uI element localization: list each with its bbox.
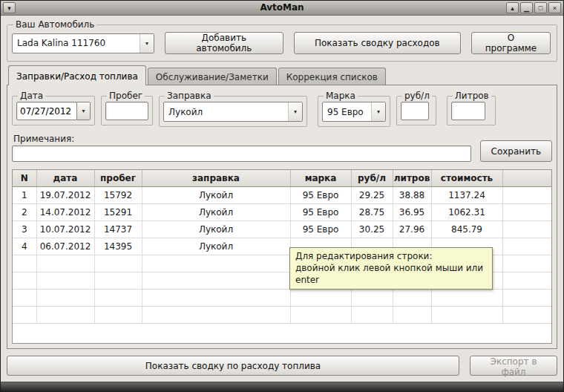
table-cell[interactable] xyxy=(36,289,94,306)
brand-select[interactable]: 95 Евро ▾ xyxy=(322,102,386,122)
table-cell[interactable] xyxy=(290,306,351,323)
add-car-button[interactable]: Добавить автомобиль xyxy=(165,32,283,54)
table-cell[interactable]: 19.07.2012 xyxy=(36,186,94,203)
table-row[interactable]: 119.07.201215792Лукойл95 Евро29.2538.881… xyxy=(13,186,551,203)
table-cell[interactable]: 29.25 xyxy=(351,186,393,203)
date-input[interactable] xyxy=(16,102,77,120)
price-input[interactable] xyxy=(401,102,429,120)
table-cell[interactable]: 38.88 xyxy=(393,186,431,203)
table-cell[interactable]: 14737 xyxy=(94,220,142,238)
table-row[interactable]: 310.07.201214737Лукойл95 Евро30.2527.968… xyxy=(13,220,551,238)
table-cell[interactable] xyxy=(94,289,142,306)
liters-input[interactable] xyxy=(451,102,485,120)
table-cell[interactable] xyxy=(94,272,142,289)
table-cell[interactable] xyxy=(142,272,290,289)
mileage-input[interactable] xyxy=(105,102,148,120)
column-header[interactable]: пробег xyxy=(94,170,142,186)
tab-fuel[interactable]: Заправки/Расход топлива xyxy=(8,65,146,85)
table-cell[interactable]: 06.07.2012 xyxy=(36,238,94,255)
table-cell[interactable]: 27.96 xyxy=(393,220,431,238)
price-field-frame: руб/л xyxy=(396,91,436,125)
notes-row: Примечания: Сохранить xyxy=(12,134,552,162)
table-cell[interactable]: 845.79 xyxy=(431,220,502,238)
table-row[interactable]: 214.07.201215291Лукойл95 Евро28.7536.951… xyxy=(13,203,551,220)
price-label: руб/л xyxy=(402,91,432,101)
column-header[interactable]: дата xyxy=(36,170,94,186)
about-button[interactable]: О программе xyxy=(471,32,551,54)
minimize-button[interactable]: ▁ xyxy=(520,2,533,13)
table-cell[interactable] xyxy=(13,255,36,272)
table-cell[interactable] xyxy=(13,306,36,323)
station-label: Заправка xyxy=(165,91,214,101)
table-cell[interactable]: 1062.31 xyxy=(431,203,502,220)
notes-field: Примечания: xyxy=(12,134,471,162)
table-cell[interactable]: 14.07.2012 xyxy=(36,203,94,220)
table-cell[interactable] xyxy=(351,289,393,306)
tab-service[interactable]: Обслуживание/Заметки xyxy=(148,68,277,85)
car-select[interactable]: Lada Kalina 111760 ▾ xyxy=(12,33,154,53)
table-cell[interactable]: 2 xyxy=(13,203,36,220)
table-empty-row[interactable] xyxy=(13,306,551,323)
column-header[interactable]: марка xyxy=(290,170,351,186)
table-cell[interactable]: 95 Евро xyxy=(290,220,351,238)
column-header[interactable]: руб/л xyxy=(351,170,393,186)
table-cell[interactable] xyxy=(142,255,290,272)
table-cell[interactable] xyxy=(393,306,431,323)
close-button[interactable]: × xyxy=(548,2,561,13)
table-cell[interactable] xyxy=(142,306,290,323)
table-cell[interactable]: 95 Евро xyxy=(290,186,351,203)
table-empty-row[interactable] xyxy=(13,289,551,306)
export-button[interactable]: Экспорт в файл xyxy=(470,356,557,376)
save-button[interactable]: Сохранить xyxy=(480,140,553,162)
date-dropdown-button[interactable]: ▾ xyxy=(77,102,91,120)
table-cell[interactable]: 28.75 xyxy=(351,203,393,220)
maximize-button[interactable]: □ xyxy=(534,2,547,13)
chevron-down-icon: ▾ xyxy=(288,102,302,121)
footer-buttons: Показать сводку по расходу топлива Экспо… xyxy=(7,356,557,376)
window-menu-icon: ▾ xyxy=(7,4,11,12)
table-cell[interactable]: 3 xyxy=(13,220,36,238)
table-cell[interactable]: 1 xyxy=(13,186,36,203)
table-cell[interactable] xyxy=(13,289,36,306)
table-cell[interactable]: Лукойл xyxy=(142,220,290,238)
table-cell[interactable] xyxy=(431,306,502,323)
table-cell[interactable]: 4 xyxy=(13,238,36,255)
station-select[interactable]: Лукойл ▾ xyxy=(163,102,303,122)
table-cell[interactable]: 95 Евро xyxy=(290,203,351,220)
table-cell[interactable]: 15792 xyxy=(94,186,142,203)
table-cell[interactable] xyxy=(94,306,142,323)
tab-lists[interactable]: Коррекция списков xyxy=(278,68,386,85)
table-cell[interactable]: 15291 xyxy=(94,203,142,220)
column-header[interactable]: N xyxy=(13,170,36,186)
table-cell[interactable] xyxy=(351,306,393,323)
chevron-down-icon: ▾ xyxy=(371,102,385,121)
window-menu-button[interactable]: ▾ xyxy=(3,2,16,13)
table-cell[interactable] xyxy=(393,289,431,306)
table-cell[interactable] xyxy=(36,255,94,272)
column-header[interactable]: литров xyxy=(393,170,431,186)
table-cell[interactable]: Лукойл xyxy=(142,203,290,220)
close-icon: × xyxy=(553,4,557,12)
table-cell[interactable] xyxy=(13,272,36,289)
table-cell[interactable]: Лукойл xyxy=(142,238,290,255)
shade-button[interactable]: ▴ xyxy=(506,2,519,13)
table-cell[interactable] xyxy=(36,272,94,289)
table-cell[interactable]: 14395 xyxy=(94,238,142,255)
table-cell[interactable] xyxy=(94,255,142,272)
notes-input[interactable] xyxy=(12,146,471,162)
table-cell[interactable] xyxy=(36,306,94,323)
table-cell[interactable] xyxy=(142,289,290,306)
table-cell[interactable] xyxy=(290,289,351,306)
table-cell[interactable]: 10.07.2012 xyxy=(36,220,94,238)
fuel-summary-button[interactable]: Показать сводку по расходу топлива xyxy=(7,356,459,376)
date-label: Дата xyxy=(18,91,45,101)
table-cell[interactable]: 30.25 xyxy=(351,220,393,238)
table-cell[interactable]: 1137.24 xyxy=(431,186,502,203)
table-cell[interactable]: Лукойл xyxy=(142,186,290,203)
column-header[interactable]: заправка xyxy=(142,170,290,186)
table-cell[interactable]: 36.95 xyxy=(393,203,431,220)
notes-label: Примечания: xyxy=(13,134,471,144)
column-header[interactable]: стоимость xyxy=(431,170,502,186)
show-expenses-button[interactable]: Показать сводку расходов xyxy=(294,32,461,54)
table-cell[interactable] xyxy=(431,289,502,306)
